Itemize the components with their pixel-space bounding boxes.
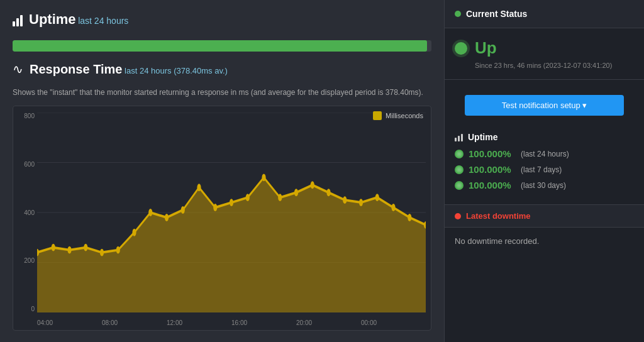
- svg-point-19: [246, 194, 250, 201]
- svg-point-10: [100, 249, 104, 256]
- response-title-group: Response Time last 24 hours (378.40ms av…: [30, 62, 228, 77]
- uptime-row-30d: 100.000% (last 30 days): [455, 180, 634, 190]
- legend-color-box: [373, 111, 382, 120]
- uptime-bars-icon: [455, 133, 463, 141]
- status-section: Up Since 23 hrs, 46 mins (2023-12-07 03:…: [445, 28, 644, 80]
- wave-icon: ∿: [13, 62, 23, 77]
- svg-point-18: [230, 199, 233, 206]
- chart-legend: Milliseconds: [373, 111, 423, 120]
- legend-label: Milliseconds: [386, 112, 423, 119]
- response-time-chart: Milliseconds 800 600 400 200 0: [13, 106, 431, 331]
- svg-point-8: [67, 246, 71, 254]
- uptime-row-24h: 100.000% (last 24 hours): [455, 148, 634, 159]
- chart-svg: [37, 113, 426, 312]
- svg-point-26: [359, 199, 363, 206]
- status-up-label: Up: [475, 38, 497, 58]
- svg-point-20: [262, 174, 265, 181]
- uptime-pct-7d: 100.000%: [469, 164, 516, 175]
- svg-point-23: [311, 181, 314, 189]
- downtime-dot: [455, 213, 461, 219]
- svg-point-15: [181, 206, 185, 214]
- svg-point-14: [165, 214, 169, 221]
- svg-point-29: [408, 214, 411, 221]
- status-dot-large: [455, 42, 467, 55]
- svg-point-21: [278, 194, 282, 201]
- current-status-title: Current Status: [466, 9, 527, 19]
- uptime-indicator-24h: [455, 150, 464, 158]
- status-since-text: Since 23 hrs, 46 mins (2023-12-07 03:41:…: [475, 62, 634, 69]
- svg-point-7: [52, 244, 55, 251]
- downtime-message: No downtime recorded.: [445, 228, 644, 255]
- uptime-progress-fill: [13, 40, 427, 52]
- downtime-header: Latest downtime: [445, 205, 644, 228]
- svg-point-24: [326, 189, 330, 196]
- response-time-period: last 24 hours (378.40ms av.): [125, 66, 228, 75]
- uptime-period-24h: (last 24 hours): [521, 150, 569, 158]
- svg-point-22: [294, 189, 298, 196]
- uptime-period-7d: (last 7 days): [521, 165, 562, 174]
- response-time-label: Response Time: [30, 62, 122, 76]
- uptime-period-30d: (last 30 days): [521, 181, 566, 190]
- svg-point-25: [343, 196, 347, 204]
- x-axis-labels: 04:00 08:00 12:00 16:00 20:00 00:00: [37, 319, 426, 326]
- uptime-row-7d: 100.000% (last 7 days): [455, 164, 634, 175]
- downtime-title: Latest downtime: [466, 211, 531, 221]
- bar-chart-icon: [13, 13, 23, 26]
- uptime-period: last 24 hours: [78, 16, 128, 26]
- test-notification-section: Test notification setup ▾: [445, 80, 644, 123]
- svg-point-16: [197, 184, 201, 191]
- uptime-title: Uptime last 24 hours: [29, 11, 128, 28]
- test-notification-button[interactable]: Test notification setup ▾: [465, 95, 624, 116]
- uptime-label: Uptime: [29, 11, 76, 27]
- uptime-stats-header: Uptime: [455, 132, 634, 142]
- uptime-pct-30d: 100.000%: [469, 180, 516, 190]
- svg-point-9: [84, 244, 87, 251]
- uptime-pct-24h: 100.000%: [469, 148, 516, 159]
- response-time-description: Shows the "instant" that the monitor sta…: [13, 87, 431, 98]
- uptime-indicator-7d: [455, 165, 464, 174]
- status-up-row: Up: [455, 38, 634, 58]
- svg-point-28: [391, 204, 395, 211]
- svg-point-13: [148, 209, 152, 216]
- current-status-header: Current Status: [445, 0, 644, 28]
- uptime-stats-section: Uptime 100.000% (last 24 hours) 100.000%…: [445, 123, 644, 205]
- svg-point-17: [213, 204, 217, 211]
- latest-downtime-section: Latest downtime No downtime recorded.: [445, 205, 644, 342]
- main-panel: Uptime last 24 hours ∿ Response Time las…: [0, 0, 444, 342]
- uptime-header: Uptime last 24 hours: [13, 11, 431, 28]
- y-axis-labels: 800 600 400 200 0: [14, 113, 35, 312]
- svg-point-27: [375, 194, 379, 201]
- uptime-progress-bar: [13, 40, 431, 52]
- status-header-dot: [455, 11, 461, 17]
- uptime-stats-title: Uptime: [468, 132, 497, 142]
- side-panel: Current Status Up Since 23 hrs, 46 mins …: [444, 0, 644, 342]
- svg-point-12: [132, 229, 136, 236]
- response-time-header: ∿ Response Time last 24 hours (378.40ms …: [13, 62, 431, 77]
- uptime-indicator-30d: [455, 181, 464, 190]
- svg-marker-5: [37, 177, 426, 312]
- svg-point-11: [116, 246, 120, 254]
